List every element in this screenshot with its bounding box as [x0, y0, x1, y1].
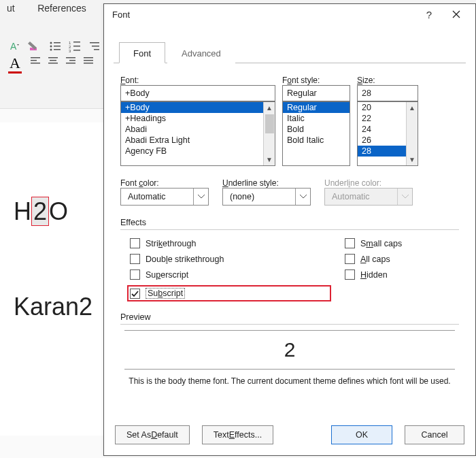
dialog-tabs: Font Advanced: [114, 42, 466, 63]
tab-label: Advanced: [182, 48, 221, 59]
scrollbar[interactable]: ▲ ▼: [263, 102, 275, 165]
bullets-icon[interactable]: [48, 39, 62, 53]
dialog-button-row: Set As Default Text Effects... OK Cancel: [104, 414, 475, 455]
scroll-up-icon[interactable]: ▲: [409, 102, 415, 114]
svg-rect-23: [66, 57, 75, 59]
preview-hint: This is the body theme font. The current…: [120, 376, 459, 386]
label-underline-style: Underline style:: [222, 178, 311, 188]
numbering-icon[interactable]: 123: [68, 39, 82, 53]
set-as-default-button[interactable]: Set As Default: [115, 425, 190, 444]
checkbox-label: Small caps: [360, 239, 402, 248]
size-input[interactable]: 28: [357, 85, 418, 101]
svg-text:A: A: [10, 41, 17, 52]
justify-icon[interactable]: [81, 53, 96, 68]
checkbox-subscript-highlighted[interactable]: Subscript: [127, 285, 331, 301]
text-effects-button[interactable]: Text Effects...: [202, 425, 273, 444]
svg-rect-14: [90, 42, 99, 44]
font-dialog: Font ? Font Advanced Font: +Body +Body +…: [103, 3, 476, 456]
list-item[interactable]: +Headings: [121, 113, 275, 124]
svg-rect-28: [84, 63, 93, 64]
underlinecolor-dropdown: Automatic: [324, 188, 413, 206]
align-center-icon[interactable]: [46, 53, 61, 68]
chevron-down-icon: [397, 189, 412, 205]
svg-rect-26: [84, 57, 93, 59]
scroll-down-icon[interactable]: ▼: [266, 154, 273, 165]
checkbox-smallcaps[interactable]: Small caps: [345, 238, 402, 248]
preview-text: 2: [284, 338, 296, 361]
svg-point-2: [50, 42, 52, 44]
list-item[interactable]: Agency FB: [121, 146, 275, 157]
svg-rect-11: [73, 46, 80, 47]
ribbon-tab[interactable]: ut: [7, 3, 15, 14]
list-item[interactable]: Bold Italic: [283, 135, 350, 146]
checkbox-strikethrough[interactable]: Strikethrough: [130, 238, 331, 248]
align-left-icon[interactable]: [28, 53, 43, 68]
help-button[interactable]: ?: [415, 4, 443, 24]
list-item[interactable]: Abadi Extra Light: [121, 135, 275, 146]
preview-box: 2: [124, 330, 455, 370]
tab-font[interactable]: Font: [119, 42, 165, 63]
list-item[interactable]: Regular: [283, 102, 350, 113]
checkbox-label: Double strikethrough: [146, 255, 224, 264]
label-font: Font:: [120, 76, 275, 85]
doc-text-karan[interactable]: Karan2: [14, 293, 92, 321]
multilevel-icon[interactable]: [88, 39, 102, 53]
label-size: Size:: [357, 76, 418, 85]
svg-rect-25: [66, 63, 75, 64]
scroll-down-icon[interactable]: ▼: [409, 154, 415, 165]
dropdown-value: Automatic: [128, 192, 166, 201]
svg-rect-13: [73, 50, 80, 51]
chevron-down-icon: [295, 189, 310, 205]
list-item[interactable]: Italic: [283, 113, 350, 124]
font-input[interactable]: +Body: [120, 85, 275, 101]
label-preview: Preview: [120, 312, 459, 322]
fontcolor-dropdown[interactable]: Automatic: [120, 188, 209, 206]
font-listbox[interactable]: +Body +Headings Abadi Abadi Extra Light …: [120, 101, 275, 166]
font-dropdown-icon[interactable]: A: [8, 39, 22, 53]
chevron-down-icon: [193, 189, 208, 205]
checkbox-allcaps[interactable]: All caps: [345, 254, 402, 264]
svg-rect-21: [50, 60, 56, 61]
dialog-body: Font: +Body +Body +Headings Abadi Abadi …: [104, 63, 475, 414]
list-item[interactable]: Abadi: [121, 124, 275, 135]
close-button[interactable]: [443, 4, 470, 24]
checkbox-double-strikethrough[interactable]: Double strikethrough: [130, 254, 331, 264]
divider: [120, 229, 459, 230]
dialog-titlebar: Font ?: [104, 4, 475, 24]
highlight-icon[interactable]: [28, 39, 41, 53]
ribbon-tab[interactable]: References: [37, 3, 86, 14]
tab-advanced[interactable]: Advanced: [167, 42, 235, 63]
ok-button[interactable]: OK: [331, 425, 392, 444]
scrollbar[interactable]: ▲ ▼: [406, 102, 418, 165]
svg-rect-17: [31, 57, 40, 59]
font-color-icon[interactable]: A: [8, 54, 22, 73]
fontstyle-listbox[interactable]: Regular Italic Bold Bold Italic: [282, 101, 350, 166]
svg-rect-9: [73, 42, 80, 43]
checkbox-label: Hidden: [360, 270, 388, 280]
svg-rect-18: [31, 60, 37, 61]
svg-rect-7: [54, 49, 61, 50]
checkbox-label: Strikethrough: [146, 239, 196, 248]
dialog-title: Font: [112, 10, 415, 20]
list-item[interactable]: +Body: [121, 102, 275, 113]
checkbox-label: Superscript: [146, 270, 188, 280]
list-item[interactable]: Bold: [283, 124, 350, 135]
doc-text-h2o[interactable]: H2O: [14, 197, 68, 226]
svg-point-6: [50, 49, 52, 51]
dropdown-value: Automatic: [332, 192, 370, 201]
checkbox-label: Subscript: [146, 288, 185, 299]
scroll-thumb[interactable]: [265, 114, 274, 133]
svg-rect-19: [31, 63, 40, 64]
checkbox-hidden[interactable]: Hidden: [345, 269, 402, 280]
cancel-button[interactable]: Cancel: [405, 425, 464, 444]
checkbox-icon: [345, 238, 355, 248]
size-listbox[interactable]: 20 22 24 26 28 ▲ ▼: [357, 101, 418, 166]
underlinestyle-dropdown[interactable]: (none): [222, 188, 311, 206]
align-right-icon[interactable]: [63, 53, 78, 68]
label-underline-color: Underline color:: [324, 178, 413, 188]
fontstyle-input[interactable]: Regular: [282, 85, 350, 101]
checkbox-superscript[interactable]: Superscript: [130, 269, 331, 280]
checkbox-icon: [130, 269, 140, 280]
scroll-up-icon[interactable]: ▲: [266, 102, 273, 114]
svg-rect-16: [94, 49, 99, 50]
